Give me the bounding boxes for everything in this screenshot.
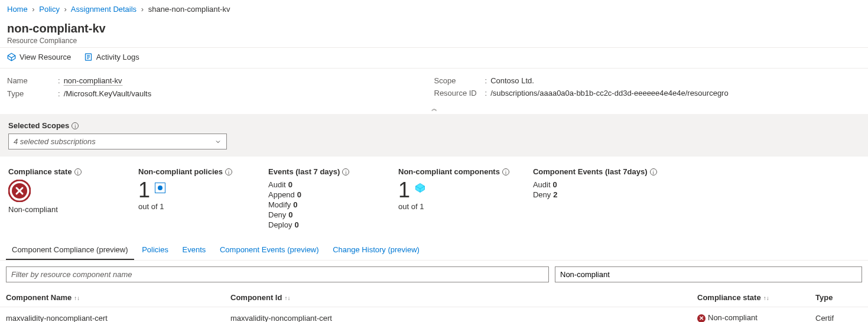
scopes-label: Selected Scopes i bbox=[8, 121, 860, 130]
compliance-filter-dropdown[interactable] bbox=[555, 266, 862, 282]
scopes-panel: Selected Scopes i 4 selected subscriptio… bbox=[0, 114, 868, 157]
noncompliant-policies-count: 1 bbox=[138, 180, 150, 201]
log-icon bbox=[84, 53, 93, 61]
noncompliant-components-sub: out of 1 bbox=[398, 202, 509, 211]
page-title: non-compliant-kv bbox=[7, 22, 861, 35]
activity-logs-button[interactable]: Activity Logs bbox=[84, 53, 139, 61]
stat-noncompliant-components: Non-compliant components i 1 out of 1 bbox=[398, 167, 509, 230]
th-component-id[interactable]: Component Id↑↓ bbox=[225, 288, 691, 307]
breadcrumb-sep: › bbox=[141, 5, 144, 14]
prop-scope-label: Scope bbox=[434, 76, 482, 85]
policy-icon bbox=[155, 183, 165, 193]
tab-events[interactable]: Events bbox=[177, 240, 212, 259]
view-resource-button[interactable]: View Resource bbox=[7, 53, 71, 61]
stat-compliance-state: Compliance state i Non-compliant bbox=[8, 167, 115, 230]
noncompliant-components-count: 1 bbox=[398, 180, 410, 201]
prop-name-label: Name bbox=[7, 76, 54, 86]
properties-right: Scope : Contoso Ltd. Resource ID : /subs… bbox=[434, 74, 862, 100]
sort-icon: ↑↓ bbox=[763, 295, 769, 301]
scopes-dropdown[interactable]: 4 selected subscriptions bbox=[8, 134, 227, 149]
info-icon[interactable]: i bbox=[225, 168, 232, 175]
breadcrumb-sep: › bbox=[32, 5, 34, 14]
breadcrumb: Home › Policy › Assignment Details › sha… bbox=[0, 0, 868, 18]
filter-input[interactable] bbox=[6, 266, 549, 282]
sort-icon: ↑↓ bbox=[74, 295, 80, 301]
compliance-state-value: Non-compliant bbox=[8, 205, 115, 214]
cell-compliance: ✕Non-compliant bbox=[691, 307, 810, 323]
tab-policies[interactable]: Policies bbox=[136, 240, 174, 259]
filter-row bbox=[0, 261, 868, 288]
cell-component-name: maxvalidity-noncompliant-cert bbox=[0, 307, 225, 323]
sort-icon: ↑↓ bbox=[284, 295, 290, 301]
error-icon: ✕ bbox=[697, 314, 706, 322]
breadcrumb-sep: › bbox=[64, 5, 67, 14]
cube-outline-icon bbox=[7, 53, 16, 61]
breadcrumb-home[interactable]: Home bbox=[7, 5, 28, 14]
toolbar: View Resource Activity Logs bbox=[0, 48, 868, 69]
view-resource-label: View Resource bbox=[19, 53, 71, 61]
th-component-name[interactable]: Component Name↑↓ bbox=[0, 288, 225, 307]
page-header: non-compliant-kv Resource Compliance bbox=[0, 18, 868, 48]
prop-name-value[interactable]: non-compliant-kv bbox=[64, 76, 122, 86]
info-icon[interactable]: i bbox=[74, 168, 82, 175]
stats-panel: Compliance state i Non-compliant Non-com… bbox=[0, 157, 868, 240]
cube-icon bbox=[415, 183, 425, 193]
breadcrumb-current: shane-non-compliant-kv bbox=[148, 5, 230, 14]
chevron-down-icon bbox=[214, 138, 222, 145]
stat-noncompliant-policies: Non-compliant policies i 1 out of 1 bbox=[138, 167, 245, 230]
info-icon[interactable]: i bbox=[342, 168, 349, 175]
info-icon[interactable]: i bbox=[650, 168, 657, 175]
tabs: Component Compliance (preview) Policies … bbox=[0, 240, 868, 261]
th-compliance-state[interactable]: Compliance state↑↓ bbox=[691, 288, 810, 307]
error-circle-icon bbox=[8, 180, 31, 202]
tab-change-history[interactable]: Change History (preview) bbox=[327, 240, 425, 259]
info-icon[interactable]: i bbox=[502, 168, 509, 175]
prop-scope-value: Contoso Ltd. bbox=[490, 76, 534, 85]
collapse-toggle[interactable]: ︽ bbox=[0, 103, 868, 114]
breadcrumb-policy[interactable]: Policy bbox=[39, 5, 60, 14]
tab-component-events[interactable]: Component Events (preview) bbox=[214, 240, 325, 259]
cell-component-id: maxvalidity-noncompliant-cert bbox=[225, 307, 691, 323]
stat-component-events: Component Events (last 7days) i Audit0 D… bbox=[533, 167, 657, 230]
prop-resid-value: /subscriptions/aaaa0a0a-bb1b-cc2c-dd3d-e… bbox=[490, 89, 729, 97]
prop-type-label: Type bbox=[7, 89, 54, 98]
properties-left: Name : non-compliant-kv Type : /Microsof… bbox=[7, 74, 434, 100]
breadcrumb-assignment[interactable]: Assignment Details bbox=[71, 5, 136, 14]
cell-type: Certif bbox=[810, 307, 868, 323]
activity-logs-label: Activity Logs bbox=[96, 53, 139, 61]
page-subtitle: Resource Compliance bbox=[7, 37, 861, 45]
scopes-selected-text: 4 selected subscriptions bbox=[14, 137, 96, 146]
tab-component-compliance[interactable]: Component Compliance (preview) bbox=[6, 240, 134, 260]
prop-resid-label: Resource ID bbox=[434, 89, 482, 97]
info-icon[interactable]: i bbox=[71, 122, 79, 129]
prop-type-value: /Microsoft.KeyVault/vaults bbox=[64, 89, 152, 98]
table-row[interactable]: maxvalidity-noncompliant-cert maxvalidit… bbox=[0, 307, 868, 323]
th-type[interactable]: Type bbox=[810, 288, 868, 307]
stat-events: Events (last 7 days) i Audit0 Append0 Mo… bbox=[268, 167, 375, 230]
components-table: Component Name↑↓ Component Id↑↓ Complian… bbox=[0, 288, 868, 322]
properties-panel: Name : non-compliant-kv Type : /Microsof… bbox=[0, 69, 868, 103]
noncompliant-policies-sub: out of 1 bbox=[138, 202, 245, 211]
